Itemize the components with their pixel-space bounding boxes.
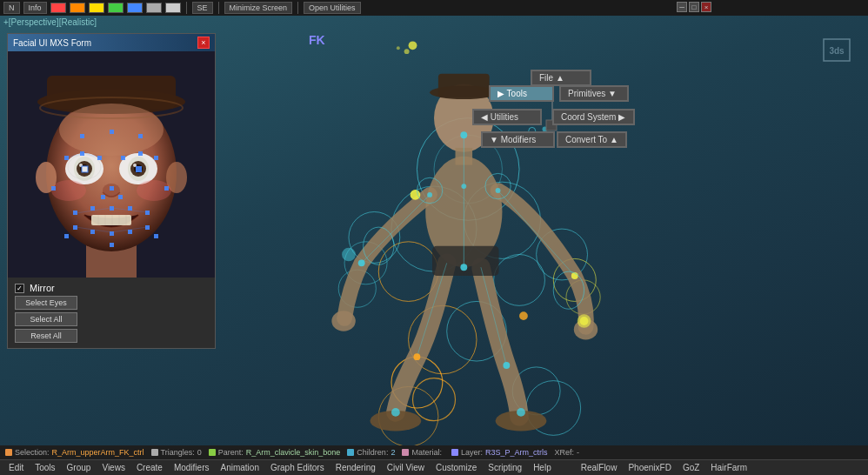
menu-group[interactable]: Group — [62, 461, 97, 474]
mirror-row: ✓ Mirror — [15, 283, 208, 293]
svg-point-47 — [517, 408, 525, 417]
menu-help[interactable]: Help — [528, 461, 557, 474]
menu-views[interactable]: Views — [97, 461, 130, 474]
svg-point-55 — [519, 311, 528, 320]
svg-point-62 — [342, 248, 356, 262]
svg-rect-122 — [118, 195, 123, 199]
svg-rect-94 — [80, 134, 84, 138]
tools-menu-button[interactable]: ▶ Tools — [490, 86, 553, 101]
svg-rect-115 — [128, 230, 132, 234]
parent-dot — [209, 449, 216, 456]
svg-point-30 — [331, 311, 355, 331]
triangles-dot — [151, 449, 158, 456]
svg-rect-102 — [154, 156, 158, 160]
color-box-yellow[interactable] — [89, 3, 104, 13]
facial-window-title-text: Facial UI MXS Form — [13, 38, 91, 48]
svg-point-44 — [413, 353, 420, 360]
utilities-menu-button[interactable]: ◀ Utilities — [473, 110, 541, 124]
svg-rect-100 — [121, 156, 125, 160]
svg-rect-105 — [51, 186, 56, 191]
fk-label: FK — [309, 33, 325, 47]
svg-point-42 — [358, 259, 365, 266]
primitives-menu-button[interactable]: Primitives ▼ — [560, 86, 628, 101]
color-box-gray[interactable] — [146, 3, 162, 13]
menu-rendering[interactable]: Rendering — [331, 461, 381, 474]
menu-realflow[interactable]: RealFlow — [576, 461, 623, 474]
layer-value: R3S_P_Arm_ctrls — [485, 448, 548, 457]
menu-civil-view[interactable]: Civil View — [382, 461, 430, 474]
parent-label: Parent: — [218, 448, 244, 457]
open-utilities-button[interactable]: Open Utilities — [304, 2, 361, 14]
svg-rect-119 — [154, 234, 158, 238]
facial-window-title-bar[interactable]: Facial UI MXS Form × — [8, 34, 215, 51]
select-all-button[interactable]: Select All — [15, 312, 77, 326]
menu-customize[interactable]: Customize — [431, 461, 482, 474]
se-button[interactable]: SE — [192, 2, 213, 14]
svg-point-64 — [580, 317, 589, 325]
svg-rect-104 — [136, 166, 142, 172]
svg-point-53 — [397, 46, 400, 50]
svg-rect-117 — [64, 234, 69, 238]
modifiers-menu-button[interactable]: ▼ Modifiers — [482, 132, 554, 147]
menu-goz[interactable]: GoZ — [678, 461, 704, 474]
menu-tools[interactable]: Tools — [30, 461, 60, 474]
svg-point-40 — [427, 192, 432, 197]
mirror-label: Mirror — [30, 283, 55, 293]
separator2 — [218, 2, 219, 14]
svg-rect-120 — [110, 186, 114, 191]
selection-dot — [5, 449, 12, 456]
menu-graph-editors[interactable]: Graph Editors — [265, 461, 330, 474]
maximize-win-button[interactable]: □ — [689, 2, 699, 12]
svg-point-38 — [461, 184, 466, 189]
tools-panel: ▶ Tools — [489, 85, 554, 102]
top-bar: N Info SE Minimize Screen Open Utilities… — [0, 0, 868, 16]
file-menu-button[interactable]: File ▲ — [531, 70, 591, 85]
facial-window-close-button[interactable]: × — [197, 37, 210, 49]
color-box-green[interactable] — [108, 3, 124, 13]
svg-rect-108 — [90, 206, 95, 211]
triangles-info: Triangles: 0 — [151, 448, 202, 457]
svg-point-46 — [391, 408, 400, 417]
select-all-row: Select All — [15, 312, 208, 326]
n-button[interactable]: N — [3, 2, 20, 14]
svg-rect-96 — [138, 134, 143, 138]
color-box-orange[interactable] — [70, 3, 85, 13]
select-eyes-button[interactable]: Select Eyes — [15, 296, 77, 310]
svg-point-37 — [460, 131, 467, 138]
xref-label: XRef: — [554, 448, 574, 457]
menu-scripting[interactable]: Scripting — [483, 461, 527, 474]
menu-modifiers[interactable]: Modifiers — [169, 461, 215, 474]
children-dot — [347, 449, 354, 456]
selection-label: Selection: — [15, 448, 50, 457]
svg-point-45 — [503, 362, 510, 369]
color-box-blue[interactable] — [127, 3, 143, 13]
svg-rect-101 — [138, 151, 143, 156]
color-box-lightgray[interactable] — [165, 3, 181, 13]
selection-info: Selection: R_Arm_upperArm_FK_ctrl — [5, 448, 144, 457]
convert-to-button[interactable]: Convert To ▲ — [558, 132, 626, 147]
facial-ui-window: Facial UI MXS Form × — [7, 33, 216, 349]
children-info: Children: 2 — [347, 448, 395, 457]
coord-system-button[interactable]: Coord System ▶ — [553, 110, 634, 124]
selection-value: R_Arm_upperArm_FK_ctrl — [52, 448, 144, 457]
mirror-checkbox[interactable]: ✓ — [15, 284, 24, 293]
info-button[interactable]: Info — [23, 2, 47, 14]
reset-all-button[interactable]: Reset All — [15, 329, 77, 343]
menu-hairfarm[interactable]: HairFarm — [705, 461, 752, 474]
material-info: Material: — [402, 448, 444, 457]
menu-animation[interactable]: Animation — [215, 461, 264, 474]
svg-rect-112 — [73, 225, 77, 230]
svg-rect-111 — [145, 211, 150, 215]
menu-phoenixfd[interactable]: PhoenixFD — [623, 461, 676, 474]
triangles-value: 0 — [197, 448, 202, 457]
close-win-button[interactable]: × — [701, 2, 711, 12]
minimize-screen-button[interactable]: Minimize Screen — [224, 2, 293, 14]
svg-point-41 — [496, 188, 501, 193]
svg-rect-99 — [97, 156, 102, 160]
color-box-red[interactable] — [50, 3, 66, 13]
face-controls-panel: ✓ Mirror Select Eyes Select All Reset Al… — [8, 278, 215, 348]
svg-rect-116 — [145, 225, 150, 230]
menu-edit[interactable]: Edit — [3, 461, 29, 474]
menu-create[interactable]: Create — [131, 461, 168, 474]
minimize-win-button[interactable]: ─ — [677, 2, 687, 12]
